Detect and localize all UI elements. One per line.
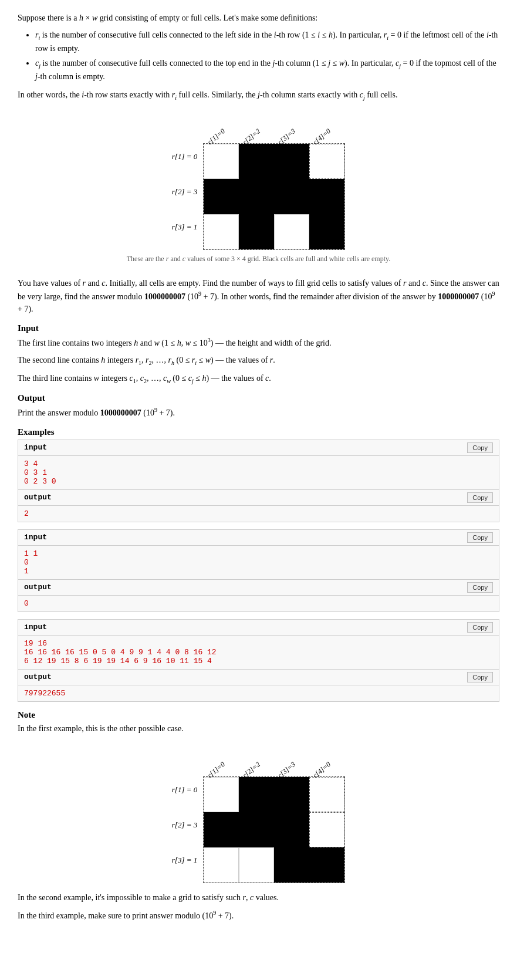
example-2-input-label: input [24,533,47,542]
input-title: Input [18,323,499,333]
input-line3: The third line contains w integers c1, c… [18,372,499,386]
in-other-words: In other words, the i-th row starts exac… [18,89,499,102]
example-2-input-header: input Copy [18,529,499,545]
example-1-output-label: output [24,493,52,502]
example-2-output-copy[interactable]: Copy [467,582,493,593]
note-row-label-2: r[2] = 3 [172,807,197,843]
example-1-input-copy[interactable]: Copy [467,442,493,453]
example-1-input-header: input Copy [18,440,499,455]
output-title: Output [18,393,499,403]
figure-1-caption: These are the r and c values of some 3 ×… [127,254,391,264]
example-2: input Copy 1 1 0 1 output Copy 0 [18,529,499,612]
grid-cells-2 [203,776,345,883]
col-labels-1: c[1]=0 c[2]=2 c[3]=3 c[4]=0 [203,110,345,142]
bullet-c: cj is the number of consecutive full cel… [35,57,499,83]
note-row-label-1: r[1] = 0 [172,772,197,807]
example-3-output-copy[interactable]: Copy [467,672,493,682]
example-2-input-code: 1 1 0 1 [18,545,499,580]
note-cell-3-1 [204,847,239,883]
note-text2: In the second example, it's impossible t… [18,891,499,904]
example-1-input-label: input [24,443,47,452]
bullet-r: ri is the number of consecutive full cel… [35,29,499,55]
example-1-output-code: 2 [18,505,499,522]
example-3-input-label: input [24,623,47,631]
figure-2: r[1] = 0 r[2] = 3 r[3] = 1 c[1]=0 c[2]=2… [18,743,499,883]
example-1-output-header: output Copy [18,490,499,505]
cell-3-2 [239,214,274,249]
note-row-label-3: r[3] = 1 [172,843,197,878]
cell-3-1 [204,214,239,249]
example-1: input Copy 3 4 0 3 1 0 2 3 0 output Copy… [18,440,499,522]
cell-2-1 [204,179,239,214]
note-cell-3-2 [239,847,274,883]
cell-3-4 [309,214,344,249]
note-cell-2-4 [309,812,344,847]
grid-cells-1 [203,143,345,250]
note-cell-2-3 [274,812,309,847]
example-3-input-header: input Copy [18,619,499,635]
input-line2: The second line contains h integers r1, … [18,354,499,367]
cell-3-3 [274,214,309,249]
example-2-input-copy[interactable]: Copy [467,532,493,543]
example-3-output-header: output Copy [18,670,499,685]
note-cell-2-1 [204,812,239,847]
col-labels-2: c[1]=0 c[2]=2 c[3]=3 c[4]=0 [203,743,345,775]
example-3-input-copy[interactable]: Copy [467,622,493,633]
cell-2-4 [309,179,344,214]
note-text1: In the first example, this is the other … [18,722,499,735]
row-label-3: r[3] = 1 [172,209,197,245]
examples-title: Examples [18,427,499,437]
example-3-output-code: 797922655 [18,685,499,702]
note-text3: In the third example, make sure to print… [18,908,499,922]
row-label-2: r[2] = 3 [172,174,197,209]
figure-1: r[1] = 0 r[2] = 3 r[3] = 1 c[1]=0 c[2]=2… [18,110,499,269]
input-line1: The first line contains two integers h a… [18,336,499,349]
intro-paragraph: Suppose there is a h × w grid consisting… [18,12,499,24]
cell-2-3 [274,179,309,214]
row-label-1: r[1] = 0 [172,139,197,174]
example-1-output-copy[interactable]: Copy [467,492,493,503]
cell-2-2 [239,179,274,214]
grid-wrapper-1: c[1]=0 c[2]=2 c[3]=3 c[4]=0 [203,110,345,250]
output-text: Print the answer modulo 1000000007 (109 … [18,405,499,419]
note-title: Note [18,710,499,720]
note-cell-3-4 [309,847,344,883]
example-3: input Copy 19 16 16 16 16 16 15 0 5 0 4 … [18,619,499,702]
example-2-output-code: 0 [18,595,499,612]
note-cell-3-3 [274,847,309,883]
example-1-input-code: 3 4 0 3 1 0 2 3 0 [18,455,499,490]
grid-wrapper-2: c[1]=0 c[2]=2 c[3]=3 c[4]=0 [203,743,345,883]
example-3-output-label: output [24,673,52,681]
example-3-input-code: 19 16 16 16 16 16 15 0 5 0 4 9 9 1 4 4 0… [18,635,499,670]
example-2-output-header: output Copy [18,580,499,595]
note-cell-2-2 [239,812,274,847]
example-2-output-label: output [24,583,52,592]
problem-statement: You have values of r and c. Initially, a… [18,277,499,315]
